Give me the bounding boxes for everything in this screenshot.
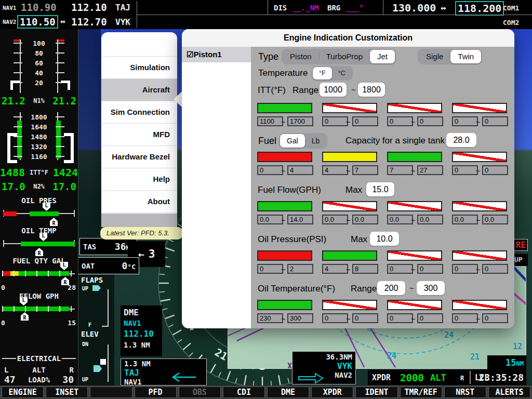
- range-color-bar[interactable]: [387, 250, 442, 261]
- itt-range-max-input[interactable]: 1800: [358, 83, 385, 97]
- com-standby-freq[interactable]: 118.200: [455, 1, 504, 16]
- oil-pressure-max-input[interactable]: 10.0: [370, 232, 399, 246]
- softkey-ident[interactable]: IDENT: [355, 387, 397, 398]
- engine-list-item-piston1[interactable]: ☑Piston1: [182, 47, 251, 62]
- softkey-engine[interactable]: ENGINE: [2, 387, 44, 398]
- range-max-input[interactable]: 2: [287, 264, 313, 274]
- range-max-input[interactable]: 300: [287, 313, 313, 323]
- range-max-input[interactable]: 0: [482, 165, 508, 175]
- range-color-bar[interactable]: [387, 201, 442, 211]
- range-min-input[interactable]: 0.0: [257, 215, 283, 224]
- range-min-input[interactable]: 0: [387, 313, 413, 323]
- range-max-input[interactable]: 0: [482, 116, 508, 126]
- range-max-input[interactable]: 0: [417, 264, 443, 274]
- range-color-bar[interactable]: [387, 300, 442, 310]
- option-twin[interactable]: Twin: [450, 50, 481, 63]
- nav2-swap-icon[interactable]: ↔: [60, 16, 65, 26]
- range-max-input[interactable]: 0: [352, 313, 378, 323]
- range-max-input[interactable]: 0: [482, 313, 508, 323]
- range-color-bar[interactable]: [322, 201, 377, 211]
- range-color-bar[interactable]: [452, 201, 507, 211]
- com-swap-icon[interactable]: ↔: [441, 3, 446, 13]
- range-color-bar[interactable]: [257, 201, 312, 211]
- softkey-alerts[interactable]: ALERTS: [488, 387, 530, 398]
- menu-item-sim-connection[interactable]: Sim Connection: [101, 101, 177, 124]
- range-color-bar[interactable]: [257, 152, 312, 162]
- option-gal[interactable]: Gal: [280, 134, 305, 148]
- range-min-input[interactable]: 7: [387, 165, 413, 175]
- menu-item-hardware-bezel[interactable]: Hardware Bezel: [101, 146, 177, 168]
- range-min-input[interactable]: 1100: [257, 116, 283, 126]
- range-min-input[interactable]: 0: [387, 116, 413, 126]
- menu-item-aircraft[interactable]: Aircraft: [101, 79, 177, 101]
- range-min-input[interactable]: 0: [257, 264, 283, 274]
- softkey-obs[interactable]: OBS: [179, 387, 221, 398]
- range-color-bar[interactable]: [387, 103, 442, 113]
- oil-temperature-range-max-input[interactable]: 300: [417, 281, 445, 295]
- softkey-dme[interactable]: DME: [267, 387, 309, 398]
- option-jet[interactable]: Jet: [370, 50, 395, 63]
- menu-item-simulation[interactable]: Simulation: [101, 57, 177, 79]
- menu-item-help[interactable]: Help: [101, 168, 177, 191]
- oil-temperature-range-min-input[interactable]: 200: [377, 281, 405, 295]
- checkbox-checked-icon[interactable]: ☑: [187, 50, 193, 59]
- menu-item-mfd[interactable]: MFD: [101, 124, 177, 146]
- range-color-bar[interactable]: [452, 250, 507, 261]
- range-color-bar[interactable]: [257, 103, 312, 113]
- range-min-input[interactable]: 0.0: [387, 215, 413, 224]
- range-min-input[interactable]: 0: [452, 313, 478, 323]
- range-color-bar[interactable]: [452, 152, 507, 162]
- option-lb[interactable]: Lb: [305, 134, 327, 148]
- range-max-input[interactable]: 0.0: [417, 215, 443, 224]
- range-color-bar[interactable]: [387, 152, 442, 162]
- range-max-input[interactable]: 8: [352, 264, 378, 274]
- menu-item-about[interactable]: About: [101, 191, 177, 213]
- softkey-xpdr[interactable]: XPDR: [311, 387, 353, 398]
- range-color-bar[interactable]: [257, 300, 312, 310]
- range-min-input[interactable]: 0: [387, 264, 413, 274]
- range-min-input[interactable]: 0: [322, 313, 348, 323]
- range-min-input[interactable]: 0: [257, 165, 283, 175]
- range-max-input[interactable]: 1700: [287, 116, 313, 126]
- range-max-input[interactable]: 7: [352, 165, 378, 175]
- capacity-input[interactable]: 28.0: [446, 133, 476, 147]
- range-max-input[interactable]: 4: [287, 165, 313, 175]
- range-min-input[interactable]: 0: [452, 264, 478, 274]
- range-max-input[interactable]: 27: [417, 165, 443, 175]
- range-max-input[interactable]: 0: [417, 116, 443, 126]
- range-min-input[interactable]: 0: [452, 116, 478, 126]
- range-max-input[interactable]: 14.0: [287, 215, 313, 224]
- range-max-input[interactable]: 0: [352, 116, 378, 126]
- range-color-bar[interactable]: [322, 300, 377, 310]
- softkey-tmr-ref[interactable]: TMR/REF: [400, 387, 442, 398]
- range-min-input[interactable]: 4: [322, 264, 348, 274]
- range-min-input[interactable]: 230: [257, 313, 283, 323]
- range-color-bar[interactable]: [322, 250, 377, 261]
- nav2-standby-freq[interactable]: 110.50: [17, 15, 58, 29]
- range-max-input[interactable]: 0: [482, 264, 508, 274]
- option-turboprop[interactable]: TurboProp: [319, 50, 370, 63]
- range-color-bar[interactable]: [452, 300, 507, 310]
- softkey-nrst[interactable]: NRST: [444, 387, 486, 398]
- softkey-inset[interactable]: INSET: [46, 387, 88, 398]
- softkey-pfd[interactable]: PFD: [135, 387, 177, 398]
- range-max-input[interactable]: 0.0: [352, 215, 378, 224]
- option-c[interactable]: °C: [332, 67, 352, 79]
- range-min-input[interactable]: 0.0: [452, 215, 478, 224]
- fuel-flow-max-input[interactable]: 15.0: [366, 182, 394, 196]
- range-min-input[interactable]: 0.0: [322, 215, 348, 224]
- range-min-input[interactable]: 0: [452, 165, 478, 175]
- option-f[interactable]: °F: [313, 67, 332, 79]
- range-min-input[interactable]: 4: [322, 165, 348, 175]
- range-color-bar[interactable]: [257, 250, 312, 261]
- range-max-input[interactable]: 0.0: [482, 215, 508, 224]
- option-piston[interactable]: Piston: [283, 50, 319, 63]
- softkey-cdi[interactable]: CDI: [223, 387, 265, 398]
- range-color-bar[interactable]: [452, 103, 507, 113]
- range-color-bar[interactable]: [322, 152, 377, 162]
- option-sigle[interactable]: Sigle: [419, 50, 450, 63]
- itt-range-min-input[interactable]: 1000: [320, 83, 347, 97]
- range-color-bar[interactable]: [322, 103, 377, 113]
- range-min-input[interactable]: 0: [322, 116, 348, 126]
- range-max-input[interactable]: 0: [417, 313, 443, 323]
